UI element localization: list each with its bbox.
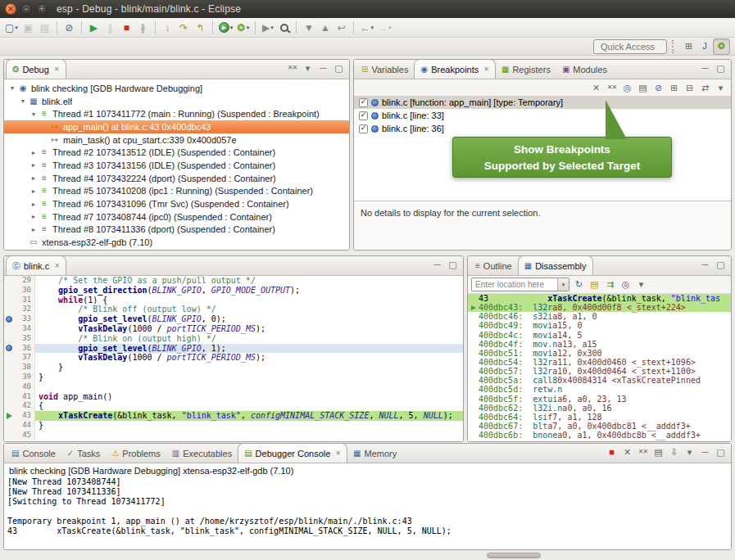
tab-debugger-console[interactable]: ▤Debugger Console✕ (238, 443, 347, 463)
minimize-button[interactable]: ─ (698, 258, 712, 272)
editor-line[interactable]: 30 gpio_set_direction(BLINK_GPIO, GPIO_M… (4, 286, 463, 296)
twisty-icon[interactable]: ▾ (29, 111, 39, 118)
editor-line[interactable]: 35 /* Blink on (output high) */ (4, 334, 463, 344)
breakpoint-checkbox[interactable]: ✓ (359, 98, 368, 107)
skip-all-breakpoints-button[interactable]: ⊘ (61, 20, 77, 36)
close-icon[interactable]: ✕ (54, 65, 60, 73)
close-icon[interactable]: ✕ (483, 65, 489, 73)
expand-all-button[interactable]: ⊞ (667, 81, 681, 95)
skip-all-breakpoints-button[interactable]: ⊘ (651, 81, 665, 95)
editor-marker-gutter[interactable] (4, 373, 14, 382)
twisty-icon[interactable]: ▸ (29, 187, 39, 195)
twisty-icon[interactable]: ▾ (18, 97, 28, 105)
editor-marker-gutter[interactable] (4, 411, 14, 421)
debug-tree-row[interactable]: ▾≡Thread #1 1073411772 (main : Running) … (4, 107, 349, 120)
minimize-window-button[interactable]: − (20, 3, 32, 15)
editor-marker-gutter[interactable] (4, 363, 14, 373)
disassembly-listing[interactable]: 43 xTaskCreate(&blink_task, "blink_tas40… (468, 294, 731, 441)
maximize-button[interactable]: ▢ (714, 445, 728, 459)
disassembly-row[interactable]: 400dbc5a: call80x40084314 <xTaskCreatePi… (468, 376, 731, 385)
editor-line[interactable]: 42{ (4, 401, 463, 411)
forward-button[interactable]: →▾ (376, 20, 393, 36)
debug-tree-row[interactable]: ▸≡Thread #2 1073413512 (IDLE) (Suspended… (4, 146, 349, 159)
debug-tree-row[interactable]: ▸≡Thread #7 1073408744 (ipc0) (Suspended… (4, 210, 349, 224)
maximize-button[interactable]: ▢ (332, 61, 346, 75)
editor-marker-gutter[interactable] (4, 305, 14, 314)
editor-marker-gutter[interactable] (4, 276, 14, 286)
editor-line[interactable]: 33 gpio_set_level(BLINK_GPIO, 0); (4, 314, 463, 324)
remove-all-breakpoints-button[interactable]: ✕✕ (605, 81, 619, 95)
tab-registers[interactable]: ▦Registers (496, 61, 556, 79)
tab-modules[interactable]: ▣Modules (556, 61, 613, 79)
print-button[interactable]: ▤ (37, 20, 52, 36)
run-button[interactable]: ▶▾ (217, 20, 235, 36)
editor-line[interactable]: 29 /* Set the GPIO as a push/pull output… (4, 276, 463, 286)
disassembly-row[interactable]: 400dbc49: movia15, 0 (468, 321, 731, 330)
show-breakpoints-supported-button[interactable]: ◎ (620, 81, 634, 95)
tab-memory[interactable]: ▦Memory (347, 445, 402, 463)
view-menu-button[interactable]: ▾ (714, 81, 728, 95)
breakpoints-list[interactable]: ✓blink.c [function: app_main] [type: Tem… (354, 96, 731, 135)
tab-disassembly[interactable]: ▦Disassembly (518, 255, 593, 275)
close-icon[interactable]: ✕ (335, 449, 341, 457)
debug-tree-row[interactable]: ▾▦blink.elf (4, 95, 349, 108)
maximize-window-button[interactable]: + (36, 3, 48, 15)
editor-marker-gutter[interactable] (4, 421, 14, 431)
disassembly-row[interactable]: 400dbc4c: movia14, 5 (468, 331, 731, 340)
editor-marker-gutter[interactable] (4, 353, 14, 363)
tab-breakpoints[interactable]: ◉Breakpoints✕ (414, 59, 496, 79)
disassembly-row[interactable]: 400dbc67: blta7, a0, 0x400dbc81 <__adddf… (468, 422, 731, 431)
java-perspective-button[interactable]: J (698, 38, 711, 55)
debug-perspective-button[interactable]: ❂ (713, 38, 730, 55)
editor-line[interactable]: 39} (4, 373, 463, 382)
clear-console-button[interactable]: ▤ (651, 445, 665, 459)
location-input[interactable]: Enter location here (475, 280, 544, 289)
console-output[interactable]: [New Thread 1073408744][New Thread 10734… (4, 477, 731, 536)
step-into-button[interactable]: ↓ (160, 20, 175, 36)
disassembly-row[interactable]: 400dbc4f: mov.na13, a15 (468, 340, 731, 349)
editor-marker-gutter[interactable] (4, 382, 14, 392)
go-to-file-button[interactable]: ▤ (636, 81, 650, 95)
suspend-button[interactable]: ∥ (102, 20, 118, 36)
editor-marker-gutter[interactable] (4, 392, 14, 402)
view-menu-button[interactable]: ▾ (634, 278, 648, 291)
previous-annotation-button[interactable]: ▲ (317, 20, 333, 36)
close-button[interactable]: ✕ (5, 3, 16, 15)
minimize-button[interactable]: ─ (316, 61, 330, 75)
tab-variables[interactable]: ⊞Variables (356, 61, 414, 79)
twisty-icon[interactable]: ▸ (29, 161, 39, 169)
location-combo[interactable]: Enter location here ▾ (471, 278, 569, 291)
sync-with-pc-button[interactable]: ⇉ (603, 278, 617, 291)
debug-tree-row[interactable]: ↦app_main() at blink.c:43 0x400dbc43 (4, 120, 349, 133)
open-perspective-button[interactable]: ⊞ (681, 38, 696, 55)
twisty-icon[interactable]: ▸ (29, 149, 39, 156)
tab-blink-c[interactable]: ⓒblink.c✕ (6, 255, 66, 275)
editor-marker-gutter[interactable] (4, 286, 14, 296)
editor-line[interactable]: 45 (4, 431, 463, 440)
external-tools-button[interactable]: ▶▾ (260, 20, 275, 36)
minimize-button[interactable]: ─ (430, 258, 444, 272)
debug-tree[interactable]: ▾◉blink checking [GDB Hardware Debugging… (4, 79, 349, 250)
twisty-icon[interactable]: ▸ (29, 213, 39, 220)
disassembly-gutter[interactable] (468, 305, 479, 310)
editor-marker-gutter[interactable] (4, 401, 14, 411)
code-editor[interactable]: 29 /* Set the GPIO as a push/pull output… (4, 276, 463, 441)
debug-button[interactable]: ❂▾ (235, 20, 251, 36)
editor-line[interactable]: 38 } (4, 363, 463, 373)
editor-line[interactable]: 41void app_main() (4, 392, 463, 402)
editor-line[interactable]: 43 xTaskCreate(&blink_task, "blink_task"… (4, 411, 463, 421)
search-button[interactable] (276, 20, 292, 36)
editor-line[interactable]: 31 while(1) { (4, 296, 463, 305)
disassembly-source-line[interactable]: 43 xTaskCreate(&blink_task, "blink_tas (468, 294, 731, 303)
tab-console[interactable]: ▤Console (6, 445, 61, 463)
disassembly-row[interactable]: 400dbc46: s32ia8, a1, 0 (468, 312, 731, 321)
quick-access-box[interactable]: Quick Access (593, 39, 667, 54)
console-content[interactable]: blink checking [GDB Hardware Debugging] … (4, 463, 731, 549)
horizontal-scrollbar[interactable] (3, 553, 732, 560)
breakpoint-row[interactable]: ✓blink.c [function: app_main] [type: Tem… (354, 96, 731, 109)
editor-marker-gutter[interactable] (4, 314, 14, 324)
debug-tree-row[interactable]: ▭xtensa-esp32-elf-gdb (7.10) (4, 236, 349, 249)
close-icon[interactable]: ✕ (54, 262, 60, 269)
scroll-lock-button[interactable]: ⇩ (667, 445, 681, 459)
disassembly-row[interactable]: 400dbc43: l32ra8, 0x400d00f8 <_stext+224… (468, 303, 731, 312)
